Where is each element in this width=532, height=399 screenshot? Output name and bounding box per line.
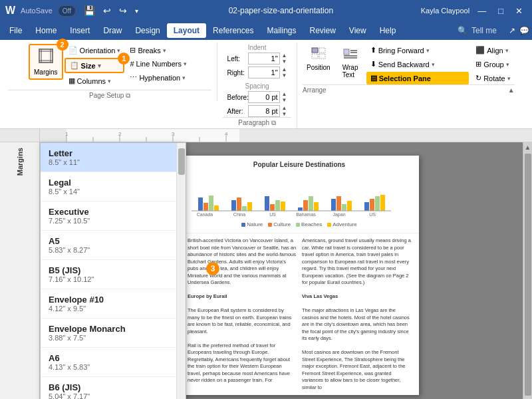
indent-right-input[interactable] bbox=[248, 66, 280, 78]
send-backward-arrow: ▾ bbox=[432, 61, 435, 68]
bring-forward-arrow: ▾ bbox=[426, 47, 430, 54]
paper-size-letter[interactable]: Letter 8.5" x 11" bbox=[41, 143, 186, 172]
minimize-button[interactable]: — bbox=[473, 6, 490, 16]
size-button[interactable]: 📋 Size ▾ bbox=[65, 58, 125, 73]
menu-view[interactable]: View bbox=[342, 23, 373, 38]
indent-left-input[interactable] bbox=[248, 53, 280, 65]
dropdown-scrollbar[interactable] bbox=[176, 143, 186, 399]
align-button[interactable]: ⬛ Align ▾ bbox=[471, 44, 514, 57]
indent-left-spinner[interactable]: ▲▼ bbox=[282, 53, 287, 65]
document-text: British-accented Victoria on Vancouver I… bbox=[180, 233, 419, 395]
send-backward-icon: ⬇ bbox=[370, 60, 376, 68]
svg-rect-31 bbox=[231, 200, 236, 211]
undo-redo-group: 💾 ↩ ↪ ▾ bbox=[81, 4, 141, 17]
align-arrow: ▾ bbox=[505, 47, 509, 54]
paper-name-b5jis: B5 (JIS) bbox=[49, 265, 178, 275]
legend-nature-label: Nature bbox=[247, 221, 263, 227]
paper-size-b6jis[interactable]: B6 (JIS) 5.04" x 7.17" bbox=[41, 377, 186, 399]
orientation-button[interactable]: 📄 Orientation ▾ bbox=[65, 44, 125, 57]
paper-size-dropdown[interactable]: Letter 8.5" x 11" Legal 8.5" x 14" Execu… bbox=[40, 142, 186, 399]
menu-draw[interactable]: Draw bbox=[96, 23, 128, 38]
line-numbers-button[interactable]: # Line Numbers ▾ bbox=[126, 58, 191, 70]
svg-rect-46 bbox=[347, 201, 352, 211]
bring-forward-icon: ⬆ bbox=[370, 46, 376, 55]
paper-size-legal[interactable]: Legal 8.5" x 14" bbox=[41, 172, 186, 201]
left-panel: Margins bbox=[0, 142, 40, 399]
menu-layout[interactable]: Layout bbox=[167, 23, 206, 38]
paper-size-env10[interactable]: Envelope #10 4.12" x 9.5" bbox=[41, 289, 186, 319]
tell-me-label[interactable]: Tell me bbox=[471, 26, 497, 35]
paragraph-expand-icon[interactable]: ⧉ bbox=[271, 119, 276, 126]
share-button[interactable]: ↗ bbox=[509, 26, 515, 35]
selection-pane-label: Selection Pane bbox=[379, 74, 431, 82]
menu-design[interactable]: Design bbox=[128, 23, 166, 38]
paper-dim-a5: 5.83" x 8.27" bbox=[49, 246, 178, 254]
indent-right-spinner[interactable]: ▲▼ bbox=[282, 67, 287, 78]
wrap-text-button[interactable]: WrapText bbox=[337, 44, 364, 81]
menu-help[interactable]: Help bbox=[373, 23, 403, 38]
comment-button[interactable]: 💬 bbox=[519, 26, 529, 35]
hyphenation-arrow-icon: ▾ bbox=[182, 74, 186, 81]
paper-size-b5jis[interactable]: B5 (JIS) 7.16" x 10.12" bbox=[41, 260, 186, 289]
send-backward-button[interactable]: ⬇ Send Backward ▾ bbox=[366, 58, 469, 70]
paper-dim-legal: 8.5" x 14" bbox=[49, 188, 178, 196]
spacing-before-input[interactable] bbox=[248, 91, 280, 103]
legend-adventure: Adventure bbox=[327, 221, 356, 227]
scroll-up-button[interactable]: ▲ bbox=[525, 144, 531, 151]
selection-pane-button[interactable]: ▤ Selection Pane bbox=[366, 72, 469, 84]
menu-references[interactable]: References bbox=[206, 23, 260, 38]
page-setup-expand-icon[interactable]: ⧉ bbox=[126, 92, 130, 99]
paper-name-env10: Envelope #10 bbox=[49, 295, 178, 305]
svg-rect-29 bbox=[209, 196, 213, 211]
maximize-button[interactable]: □ bbox=[494, 6, 507, 16]
vertical-scrollbar[interactable]: ▲ ▼ bbox=[523, 142, 532, 399]
arrange-group-label: Arrange ▲ bbox=[303, 84, 515, 94]
margins-button[interactable]: Margins bbox=[29, 44, 63, 80]
spacing-after-input[interactable] bbox=[248, 105, 280, 117]
hyphenation-button[interactable]: ⋯ Hyphenation ▾ bbox=[126, 71, 191, 84]
position-icon bbox=[311, 47, 327, 64]
paper-name-b6jis: B6 (JIS) bbox=[49, 382, 178, 392]
svg-rect-15 bbox=[66, 129, 239, 142]
indent-left-label: Left: bbox=[227, 55, 246, 63]
columns-icon: ▦ bbox=[68, 76, 75, 85]
menu-review[interactable]: Review bbox=[303, 23, 342, 38]
spacing-before-spinner[interactable]: ▲▼ bbox=[282, 92, 287, 103]
paper-name-a6: A6 bbox=[49, 353, 178, 363]
close-button[interactable]: ✕ bbox=[511, 6, 527, 16]
position-button[interactable]: Position bbox=[303, 44, 334, 74]
paper-dim-a6: 4.13" x 5.83" bbox=[49, 363, 178, 371]
menu-mailings[interactable]: Mailings bbox=[260, 23, 303, 38]
spacing-before-label: Before: bbox=[227, 94, 246, 101]
paper-size-a6[interactable]: A6 4.13" x 5.83" bbox=[41, 348, 186, 377]
breaks-button[interactable]: ⊟ Breaks ▾ bbox=[126, 44, 191, 57]
menu-home[interactable]: Home bbox=[29, 23, 63, 38]
paper-size-envmonarch[interactable]: Envelope Monarch 3.88" x 7.5" bbox=[41, 319, 186, 348]
redo-button[interactable]: ↪ bbox=[116, 4, 130, 17]
menu-bar: File Home Insert Draw Design Layout Refe… bbox=[0, 21, 532, 40]
save-button[interactable]: 💾 bbox=[81, 4, 98, 17]
menu-insert[interactable]: Insert bbox=[63, 23, 96, 38]
arrange-collapse-icon[interactable]: ▲ bbox=[508, 86, 515, 94]
paper-size-a5[interactable]: A5 5.83" x 8.27" bbox=[41, 231, 186, 260]
columns-label: Columns bbox=[77, 77, 106, 85]
undo-button[interactable]: ↩ bbox=[100, 4, 114, 17]
rotate-button[interactable]: ↻ Rotate ▾ bbox=[471, 72, 514, 84]
svg-rect-7 bbox=[312, 54, 318, 59]
breaks-label: Breaks bbox=[138, 47, 160, 55]
size-icon: 📋 bbox=[70, 61, 79, 70]
customize-qat-button[interactable]: ▾ bbox=[132, 6, 141, 16]
bring-forward-button[interactable]: ⬆ Bring Forward ▾ bbox=[366, 44, 469, 57]
paper-size-executive[interactable]: Executive 7.25" x 10.5" bbox=[41, 201, 186, 231]
svg-text:China: China bbox=[233, 212, 245, 217]
group-button[interactable]: ⊞ Group ▾ bbox=[471, 58, 514, 70]
columns-button[interactable]: ▦ Columns ▾ bbox=[65, 74, 125, 87]
paper-name-envmonarch: Envelope Monarch bbox=[49, 324, 178, 334]
svg-rect-43 bbox=[331, 199, 336, 211]
spacing-after-spinner[interactable]: ▲▼ bbox=[282, 106, 287, 117]
autosave-toggle[interactable]: Off bbox=[58, 5, 76, 17]
user-name: Kayla Claypool bbox=[421, 7, 469, 15]
menu-file[interactable]: File bbox=[3, 23, 29, 38]
svg-text:US: US bbox=[369, 212, 376, 217]
line-numbers-label: Line Numbers bbox=[136, 60, 182, 68]
